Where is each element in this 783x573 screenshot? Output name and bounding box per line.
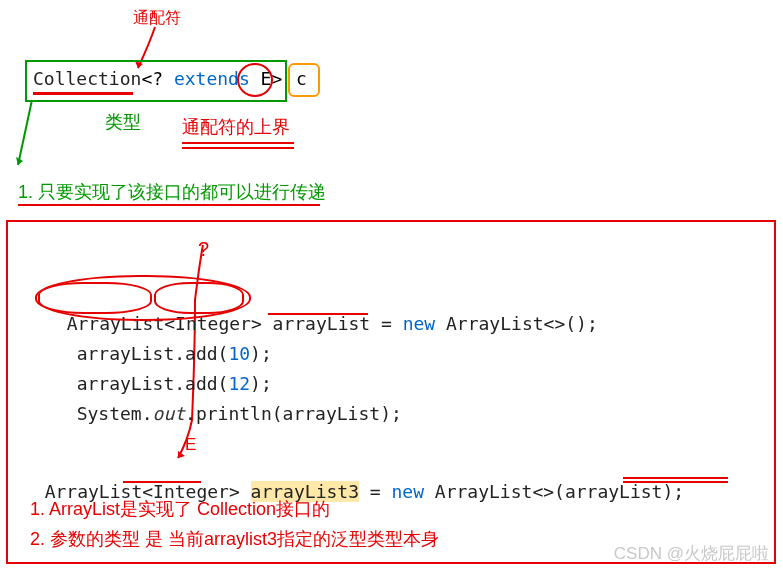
e-annotation: E	[185, 435, 196, 455]
l5-d: ArrayList<>(	[424, 481, 565, 502]
dbl-ul2	[182, 147, 294, 149]
dbl-ul1	[182, 142, 294, 144]
ul-arraylist-arg	[623, 481, 728, 483]
note-2: 2. 参数的类型 是 当前arraylist3指定的泛型类型本身	[30, 527, 439, 551]
c-param: c	[296, 68, 307, 89]
circle-full-decl	[35, 275, 251, 321]
collection-class: Collection	[33, 68, 141, 89]
l1-var: arrayList	[273, 313, 371, 334]
ul-arraylist-arg-2	[623, 477, 728, 479]
l4-out: out	[153, 403, 186, 424]
gt: >	[271, 68, 282, 89]
ul-arraylist-var	[268, 313, 368, 315]
point1-underline	[18, 204, 320, 206]
question-scribble: ?	[198, 238, 209, 261]
e-circle	[237, 63, 273, 97]
l1-eq: =	[370, 313, 403, 334]
code-line-4: System.out.println(arrayList);	[55, 382, 402, 424]
ul-integer-l5	[123, 481, 201, 483]
l1-new: new	[403, 313, 436, 334]
type-label: 类型	[105, 110, 141, 134]
l5-arg: arrayList	[565, 481, 663, 502]
upper-bound-label: 通配符的上界	[182, 115, 290, 139]
l1-tail: ArrayList<>();	[435, 313, 598, 334]
l4-b: .println(arrayList);	[185, 403, 402, 424]
underline-collection	[33, 92, 133, 95]
lt: <	[141, 68, 152, 89]
l5-new: new	[392, 481, 425, 502]
wildcard-q: ?	[152, 68, 163, 89]
l5-c: =	[359, 481, 392, 502]
l4-a: System.	[77, 403, 153, 424]
wildcard-annotation: 通配符	[133, 8, 181, 29]
note-1: 1. ArrayList是实现了 Collection接口的	[30, 497, 330, 521]
l5-e: );	[662, 481, 684, 502]
point-1: 1. 只要实现了该接口的都可以进行传递	[18, 180, 326, 204]
